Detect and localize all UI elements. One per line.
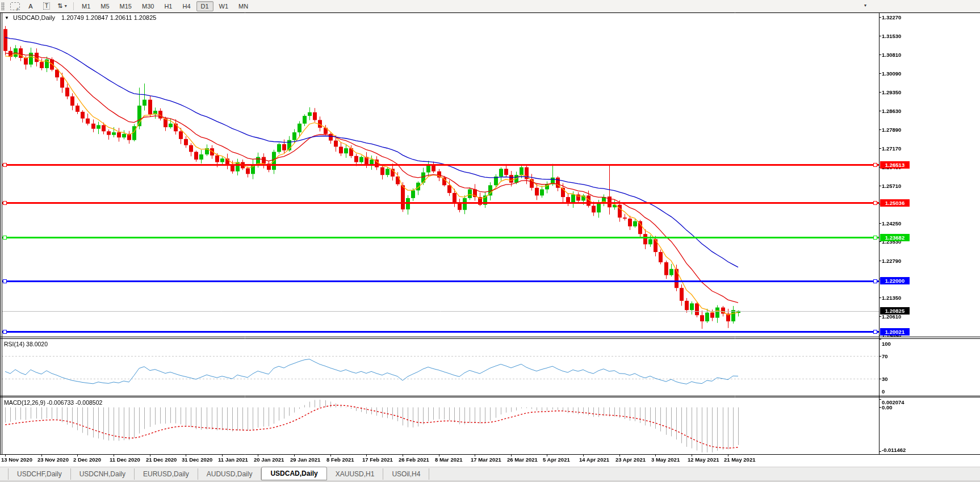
macd-indicator-label: MACD(12,26,9) -0.006733 -0.008502 bbox=[4, 399, 102, 406]
date-tick-label: 17 Mar 2021 bbox=[471, 456, 501, 463]
price-badge-1.20021[interactable]: 1.20021 bbox=[880, 328, 910, 336]
date-tick-label: 20 Jan 2021 bbox=[254, 456, 284, 463]
collapse-triangle-icon[interactable]: ▼ bbox=[5, 15, 9, 20]
toolbar: A T ⇅▼ M1M5M15M30H1H4D1W1MN ▾ bbox=[0, 0, 980, 12]
date-tick-label: 23 Nov 2020 bbox=[37, 456, 69, 463]
symbol-tab-bar: USDCHF,DailyUSDCNH,DailyEURUSD,DailyAUDU… bbox=[0, 467, 980, 480]
date-tick-label: 14 Apr 2021 bbox=[579, 456, 609, 463]
fibonacci-icon bbox=[10, 2, 20, 10]
tab-xauusd-h1[interactable]: XAUUSD,H1 bbox=[327, 468, 384, 480]
timeframe-button-m5[interactable]: M5 bbox=[96, 1, 114, 11]
date-tick-label: 21 May 2021 bbox=[724, 456, 755, 463]
date-tick-label: 23 Apr 2021 bbox=[615, 456, 646, 463]
tab-usdchf-daily[interactable]: USDCHF,Daily bbox=[8, 468, 71, 480]
price-tick-label: 1.27890 bbox=[882, 127, 901, 133]
chevron-down-icon: ▼ bbox=[64, 4, 68, 8]
date-tick-label: 17 Feb 2021 bbox=[362, 456, 393, 463]
timeframe-button-d1[interactable]: D1 bbox=[196, 1, 213, 11]
price-tick-label: 1.21350 bbox=[882, 295, 901, 301]
macd-tick-label: -0.011462 bbox=[882, 447, 906, 453]
rsi-tick-label: 70 bbox=[882, 353, 888, 359]
price-badge-1.25036[interactable]: 1.25036 bbox=[880, 199, 910, 207]
arrows-icon: ⇅ bbox=[57, 2, 62, 10]
arrows-tool-button[interactable]: ⇅▼ bbox=[55, 1, 70, 11]
date-tick-label: 8 Feb 2021 bbox=[326, 456, 354, 463]
ohlc-values: 1.20749 1.20847 1.20611 1.20825 bbox=[61, 14, 156, 21]
price-tick-label: 1.32270 bbox=[882, 14, 901, 20]
date-tick-label: 13 Nov 2020 bbox=[1, 456, 32, 463]
price-tick-label: 1.27170 bbox=[882, 145, 901, 152]
rsi-tick-label: 0 bbox=[882, 388, 885, 395]
date-tick-label: 26 Mar 2021 bbox=[507, 456, 538, 463]
price-badge-1.26513[interactable]: 1.26513 bbox=[880, 161, 910, 169]
toolbar-separator bbox=[73, 2, 74, 10]
chart-canvas[interactable] bbox=[0, 0, 980, 482]
price-tick-label: 1.22790 bbox=[882, 258, 901, 264]
price-tick-label: 1.28630 bbox=[882, 108, 901, 114]
date-tick-label: 3 May 2021 bbox=[651, 456, 680, 463]
date-tick-label: 8 Mar 2021 bbox=[435, 456, 463, 463]
chart-title: ▼ USDCAD,Daily 1.20749 1.20847 1.20611 1… bbox=[5, 14, 156, 21]
rsi-tick-label: 30 bbox=[882, 376, 888, 382]
date-tick-label: 11 Jan 2021 bbox=[218, 456, 248, 463]
timeframe-button-h4[interactable]: H4 bbox=[178, 1, 195, 11]
timeframe-button-m15[interactable]: M15 bbox=[115, 1, 136, 11]
symbol-period-label: USDCAD,Daily bbox=[13, 14, 55, 21]
rsi-indicator-label: RSI(14) 38.0020 bbox=[4, 341, 48, 347]
label-tool-button[interactable]: T bbox=[39, 1, 55, 11]
toolbar-grip[interactable] bbox=[1, 2, 5, 10]
date-tick-label: 21 Dec 2020 bbox=[146, 456, 177, 463]
tab-eurusd-daily[interactable]: EURUSD,Daily bbox=[135, 468, 198, 480]
timeframe-button-m1[interactable]: M1 bbox=[77, 1, 95, 11]
tab-usoil-h4[interactable]: USOil,H4 bbox=[383, 468, 429, 480]
rsi-tick-label: 100 bbox=[882, 341, 891, 347]
date-tick-label: 11 Dec 2020 bbox=[110, 456, 140, 463]
timeframe-button-h1[interactable]: H1 bbox=[160, 1, 177, 11]
price-tick-label: 1.29350 bbox=[882, 89, 901, 95]
trading-platform-window: { "toolbar": { "tool_buttons": [ {"name"… bbox=[0, 0, 980, 482]
price-badge-1.20825[interactable]: 1.20825 bbox=[880, 307, 910, 315]
price-badge-1.22000[interactable]: 1.22000 bbox=[880, 277, 910, 284]
tab-usdcnh-daily[interactable]: USDCNH,Daily bbox=[71, 468, 135, 480]
timeframe-button-mn[interactable]: MN bbox=[234, 1, 253, 11]
price-badge-1.23682[interactable]: 1.23682 bbox=[880, 234, 910, 241]
macd-tick-label: 0.00 bbox=[882, 404, 893, 410]
date-tick-label: 12 May 2021 bbox=[688, 456, 719, 463]
timeframe-group: M1M5M15M30H1H4D1W1MN bbox=[77, 1, 253, 11]
timeframe-button-m30[interactable]: M30 bbox=[137, 1, 158, 11]
toolbar-overflow-icon[interactable]: ▾ bbox=[864, 3, 866, 8]
price-tick-label: 1.24250 bbox=[882, 220, 901, 227]
price-tick-label: 1.30090 bbox=[882, 70, 901, 77]
date-tick-label: 26 Feb 2021 bbox=[399, 456, 429, 463]
text-label-icon: T bbox=[43, 2, 50, 10]
date-tick-label: 31 Dec 2020 bbox=[182, 456, 212, 463]
price-tick-label: 1.31530 bbox=[882, 33, 901, 39]
fibonacci-tool-button[interactable] bbox=[7, 1, 23, 11]
text-tool-button[interactable]: A bbox=[23, 1, 39, 11]
date-tick-label: 2 Dec 2020 bbox=[73, 456, 101, 463]
date-tick-label: 5 Apr 2021 bbox=[543, 456, 570, 463]
tab-usdcad-daily[interactable]: USDCAD,Daily bbox=[261, 467, 326, 480]
price-tick-label: 1.30810 bbox=[882, 52, 901, 58]
date-tick-label: 29 Jan 2021 bbox=[290, 456, 320, 463]
tab-audusd-daily[interactable]: AUDUSD,Daily bbox=[198, 468, 262, 480]
price-tick-label: 1.25710 bbox=[882, 183, 901, 189]
timeframe-button-w1[interactable]: W1 bbox=[215, 1, 233, 11]
